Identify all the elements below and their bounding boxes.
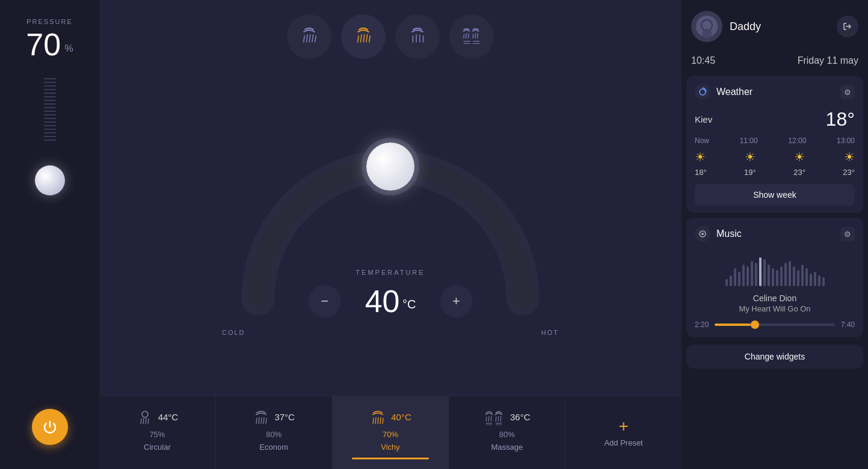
weather-content: Kiev 18° Now 11:00 12:00 13:00 ☀ ☀ ☀ ☀ 1…: [686, 106, 863, 213]
change-widgets-button[interactable]: Change widgets: [686, 345, 863, 369]
preset-vichy-temp: 40°C: [391, 412, 411, 422]
user-header: Daddy: [682, 0, 868, 53]
svg-line-19: [478, 33, 478, 38]
music-bar: [814, 272, 816, 286]
slider-track: [47, 78, 53, 283]
music-widget-title: Music: [716, 228, 834, 239]
shower-mode-button-3[interactable]: [395, 14, 440, 59]
preset-massage[interactable]: 36°C 80% Massage: [449, 396, 565, 469]
show-week-button[interactable]: Show week: [695, 184, 855, 206]
music-bar: [755, 263, 757, 286]
preset-econom-name: Econom: [259, 443, 288, 452]
music-content: Celine Dion My Heart Will Go On 2:20 7:4…: [686, 248, 863, 337]
svg-line-5: [358, 35, 359, 42]
temperature-display: 40 °C: [365, 283, 416, 319]
pressure-unit: %: [65, 43, 73, 54]
svg-line-70: [261, 417, 262, 424]
music-progress-fill: [715, 323, 751, 326]
weather-times-row: Now 11:00 12:00 13:00: [695, 136, 855, 145]
music-progress-row: 2:20 7:40: [695, 320, 855, 329]
svg-line-82: [498, 416, 499, 421]
slider-tick: [44, 129, 56, 130]
weather-time-3: 13:00: [837, 136, 855, 145]
dial-knob[interactable]: [366, 143, 414, 191]
slider-thumb[interactable]: [35, 165, 65, 195]
weather-widget: Weather ⚙ Kiev 18° Now 11:00 12:00 13:00…: [686, 76, 863, 213]
slider-tick: [44, 118, 56, 119]
music-bar: [746, 266, 749, 286]
music-widget-icon: [695, 226, 710, 242]
dial-wrapper: TEMPERATURE − 40 °C +: [222, 112, 559, 353]
music-widget: Music ⚙ Celine Dion My Heart Will Go On …: [686, 218, 863, 337]
pressure-slider[interactable]: [47, 78, 53, 319]
music-widget-header: Music ⚙: [686, 218, 863, 248]
weather-sun-icon-3: ☀: [844, 150, 855, 164]
weather-temp-3: 23°: [843, 168, 855, 177]
music-progress-knob[interactable]: [751, 320, 759, 329]
add-preset-button[interactable]: + Add Preset: [565, 396, 682, 469]
slider-tick: [44, 121, 56, 123]
slider-tick: [44, 89, 56, 90]
preset-vichy[interactable]: 40°C 70% Vichy: [333, 396, 449, 469]
add-preset-plus-icon: +: [618, 418, 628, 435]
svg-line-78: [486, 417, 487, 421]
weather-sun-icon-1: ☀: [745, 150, 756, 164]
slider-tick: [44, 114, 56, 115]
music-bar: [763, 259, 766, 286]
svg-line-7: [363, 34, 365, 42]
temperature-label: TEMPERATURE: [309, 269, 473, 276]
slider-tick: [44, 103, 56, 105]
svg-line-9: [369, 35, 371, 42]
weather-icons-row: ☀ ☀ ☀ ☀: [695, 150, 855, 164]
avatar: [691, 11, 722, 42]
weather-settings-button[interactable]: ⚙: [840, 85, 855, 99]
music-bar: [776, 270, 778, 286]
svg-line-18: [475, 33, 476, 38]
music-settings-button[interactable]: ⚙: [840, 227, 855, 241]
music-bar: [759, 257, 762, 286]
temperature-plus-button[interactable]: +: [440, 285, 472, 317]
slider-tick: [44, 93, 56, 94]
slider-tick: [44, 100, 56, 101]
music-bar: [734, 268, 736, 286]
main-panel: TEMPERATURE − 40 °C + COLD HOT: [99, 0, 682, 469]
weather-widget-header: Weather ⚙: [686, 76, 863, 106]
svg-line-4: [315, 35, 316, 42]
slider-tick: [44, 82, 56, 83]
preset-econom[interactable]: 37°C 80% Econom: [216, 396, 333, 469]
weather-temp-1: 19°: [744, 168, 756, 177]
preset-active-indicator: [352, 458, 429, 459]
power-button[interactable]: [32, 409, 68, 445]
slider-tick: [44, 139, 56, 141]
music-bar: [725, 279, 728, 286]
temperature-minus-button[interactable]: −: [309, 285, 341, 317]
preset-massage-temp: 36°C: [510, 412, 531, 422]
weather-city: Kiev: [695, 114, 712, 124]
preset-massage-name: Massage: [491, 443, 523, 452]
svg-line-72: [266, 418, 266, 424]
svg-line-83: [500, 416, 501, 421]
shower-mode-button-4[interactable]: [449, 14, 494, 59]
preset-circular-name: Circular: [144, 443, 171, 452]
slider-tick: [44, 78, 56, 79]
temp-center: TEMPERATURE − 40 °C +: [309, 221, 473, 319]
user-name: Daddy: [730, 20, 830, 33]
music-bar: [822, 277, 825, 286]
logout-button[interactable]: [837, 16, 858, 37]
preset-circular[interactable]: 44°C 75% Circular: [99, 396, 216, 469]
current-date: Friday 11 may: [798, 55, 858, 66]
music-bar: [780, 266, 783, 286]
svg-line-17: [473, 34, 473, 38]
slider-tick: [44, 107, 56, 108]
svg-line-73: [373, 418, 374, 424]
music-bar: [751, 261, 753, 286]
shower-mode-button-1[interactable]: [287, 14, 331, 59]
preset-econom-temp: 37°C: [274, 412, 295, 422]
music-artist: Celine Dion: [695, 293, 855, 303]
shower-mode-button-2[interactable]: [341, 14, 386, 59]
preset-icon-row-circular: 44°C: [137, 408, 179, 425]
music-progress-bar[interactable]: [715, 323, 834, 326]
svg-line-79: [488, 416, 489, 421]
svg-line-0: [304, 35, 305, 42]
svg-line-81: [496, 417, 496, 421]
